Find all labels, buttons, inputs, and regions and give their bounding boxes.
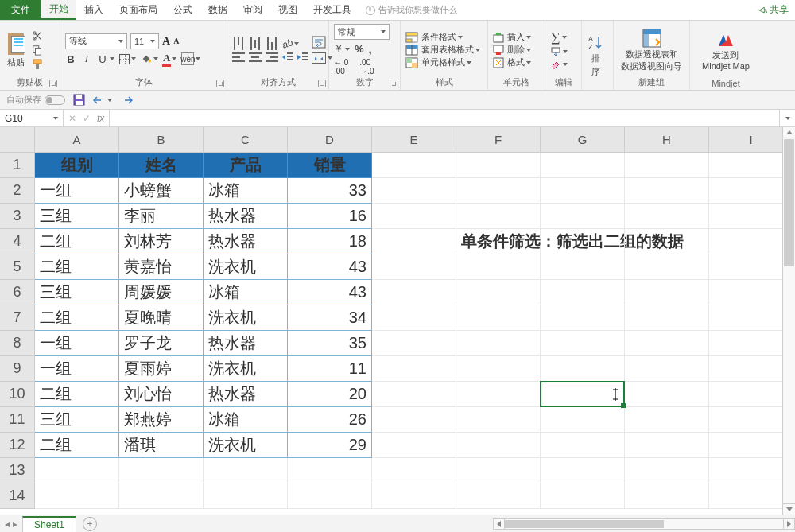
cell[interactable] (456, 331, 541, 356)
cell[interactable]: 三组 (35, 204, 119, 229)
cell[interactable] (541, 433, 625, 458)
align-left-button[interactable] (232, 52, 245, 62)
cell[interactable]: 20 (288, 382, 372, 407)
cell[interactable]: 洗衣机 (204, 356, 288, 382)
cell[interactable] (541, 458, 625, 483)
pivot-wizard-button[interactable]: 数据透视表和 数据透视图向导 (621, 28, 682, 71)
cell[interactable] (456, 153, 541, 178)
row-header[interactable]: 13 (0, 458, 35, 483)
font-color-button[interactable]: A (163, 52, 176, 67)
cell[interactable] (119, 483, 204, 509)
cell[interactable]: 33 (288, 178, 372, 204)
row-header[interactable]: 1 (0, 153, 35, 178)
accounting-format-button[interactable]: ￥ (334, 42, 350, 56)
delete-cells-button[interactable]: 删除 (493, 44, 531, 56)
increase-indent-button[interactable] (297, 52, 308, 62)
italic-button[interactable]: I (81, 52, 92, 65)
tab-home[interactable]: 开始 (41, 0, 76, 20)
cell[interactable] (541, 178, 625, 204)
cell[interactable]: 夏晚晴 (119, 305, 204, 331)
cell[interactable] (541, 229, 625, 254)
sheet-nav-next[interactable]: ▸ (13, 518, 17, 530)
underline-button[interactable]: U (97, 53, 114, 65)
cell[interactable]: 销量 (288, 153, 372, 178)
mindjet-button[interactable]: 发送到 Mindjet Map (702, 30, 750, 72)
shrink-font-button[interactable]: A (173, 37, 179, 45)
autosum-button[interactable]: ∑ (551, 30, 566, 45)
cell[interactable]: 刘林芳 (119, 229, 204, 254)
select-all-corner[interactable] (0, 127, 35, 153)
cell[interactable]: 11 (288, 356, 372, 382)
cell[interactable]: 罗子龙 (119, 331, 204, 356)
column-header[interactable]: H (625, 127, 709, 153)
cell[interactable]: 43 (288, 280, 372, 305)
sheet-tab-active[interactable]: Sheet1 (22, 516, 76, 532)
cell[interactable] (709, 153, 793, 178)
cell[interactable]: 姓名 (119, 153, 204, 178)
cell[interactable] (541, 305, 625, 331)
font-size-select[interactable]: 11 (130, 33, 159, 49)
cell[interactable] (709, 458, 793, 483)
cell[interactable] (541, 331, 625, 356)
align-middle-button[interactable] (250, 37, 260, 50)
column-header[interactable]: B (119, 127, 204, 153)
cell[interactable] (35, 483, 119, 509)
cell[interactable] (372, 483, 456, 509)
cell[interactable] (625, 433, 709, 458)
row-header[interactable]: 6 (0, 280, 35, 305)
align-bottom-button[interactable] (267, 37, 277, 50)
cell[interactable]: 小螃蟹 (119, 178, 204, 204)
cell[interactable]: 黄嘉怡 (119, 254, 204, 280)
cell[interactable] (709, 229, 793, 254)
cell[interactable]: 热水器 (204, 229, 288, 254)
cell[interactable] (709, 305, 793, 331)
cell[interactable]: 二组 (35, 433, 119, 458)
insert-cells-button[interactable]: 插入 (493, 31, 531, 43)
name-box[interactable]: G10 (0, 110, 64, 126)
cell[interactable] (456, 204, 541, 229)
cell[interactable]: 李丽 (119, 204, 204, 229)
grow-font-button[interactable]: A (162, 35, 170, 48)
expand-formula-bar-button[interactable] (779, 110, 795, 126)
cell[interactable]: 三组 (35, 407, 119, 433)
row-header[interactable]: 5 (0, 254, 35, 280)
vertical-scrollbar[interactable] (782, 127, 795, 515)
cell[interactable]: 洗衣机 (204, 433, 288, 458)
undo-button[interactable] (93, 95, 112, 105)
orientation-button[interactable]: ab (282, 38, 299, 49)
formula-input[interactable] (110, 110, 779, 126)
cell[interactable]: 夏雨婷 (119, 356, 204, 382)
cell[interactable] (709, 356, 793, 382)
cell[interactable]: 29 (288, 433, 372, 458)
cell[interactable]: 产品 (204, 153, 288, 178)
cell[interactable] (456, 280, 541, 305)
tab-page-layout[interactable]: 页面布局 (111, 0, 165, 20)
cell[interactable]: 冰箱 (204, 178, 288, 204)
cell[interactable] (456, 254, 541, 280)
cell[interactable] (709, 178, 793, 204)
cell[interactable]: 一组 (35, 178, 119, 204)
column-header[interactable]: F (456, 127, 541, 153)
insert-function-button[interactable]: fx (97, 113, 104, 124)
cell[interactable] (372, 382, 456, 407)
row-header[interactable]: 12 (0, 433, 35, 458)
cell[interactable] (625, 483, 709, 509)
cell[interactable]: 洗衣机 (204, 305, 288, 331)
cell[interactable] (625, 331, 709, 356)
column-header[interactable]: A (35, 127, 119, 153)
new-sheet-button[interactable]: + (83, 517, 97, 531)
cell[interactable] (625, 204, 709, 229)
cell[interactable] (456, 458, 541, 483)
align-center-button[interactable] (249, 52, 262, 62)
tab-review[interactable]: 审阅 (235, 0, 270, 20)
clear-button[interactable] (550, 59, 568, 70)
conditional-format-button[interactable]: 条件格式 (405, 31, 480, 43)
align-right-button[interactable] (266, 52, 278, 62)
cell[interactable] (625, 356, 709, 382)
cell[interactable] (288, 483, 372, 509)
number-format-select[interactable]: 常规 (334, 24, 390, 40)
row-header[interactable]: 14 (0, 483, 35, 509)
cell[interactable] (541, 254, 625, 280)
cell[interactable] (541, 407, 625, 433)
cell[interactable] (541, 483, 625, 509)
